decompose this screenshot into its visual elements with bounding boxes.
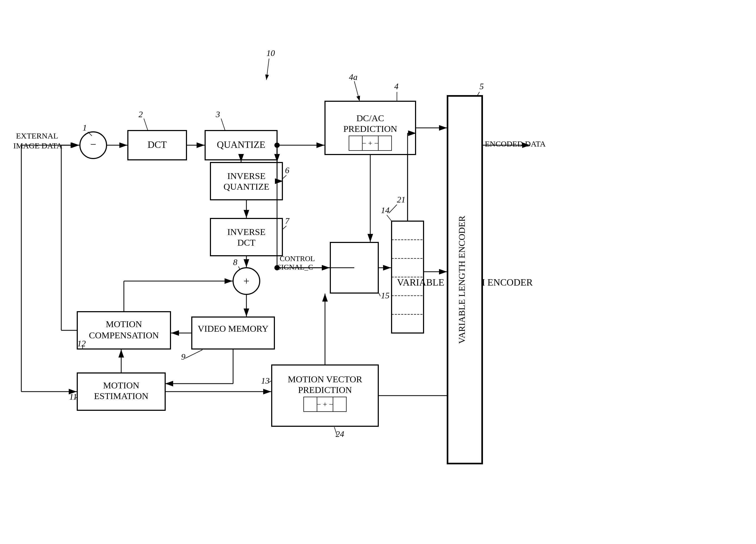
external-image-label1: EXTERNAL <box>16 131 58 140</box>
ref-21: 21 <box>397 195 405 204</box>
ref-3-line <box>221 119 225 131</box>
ref-10-line <box>266 59 269 80</box>
ref-1: 1 <box>83 123 87 132</box>
encoded-data-label: ENCODED DATA <box>485 139 546 148</box>
ref-15-line <box>379 293 380 296</box>
control-signal-label2: SIGNAL_C <box>277 263 313 271</box>
inv-quant-label1: INVERSE <box>227 171 266 181</box>
ref-11: 11 <box>69 392 77 401</box>
mv-pred-inner-symbol: − + − <box>317 400 333 408</box>
subtract-label: − <box>90 138 96 150</box>
control-signal-label1: CONTROL <box>280 254 315 263</box>
motion-comp-label2: COMPENSATION <box>89 330 159 340</box>
ref-6-line <box>283 175 286 178</box>
add-label: + <box>243 275 250 287</box>
ref-3: 3 <box>216 109 220 119</box>
dcac-pred-label1: DC/AC <box>356 113 384 123</box>
external-image-label2: IMAGE DATA <box>13 141 62 150</box>
ref-21-line <box>389 205 397 213</box>
ref-4a: 4a <box>349 72 357 82</box>
video-memory-label1: VIDEO MEMORY <box>198 324 268 334</box>
ref-7-line <box>283 226 286 229</box>
ref-12: 12 <box>77 339 86 348</box>
ref-10: 10 <box>266 48 275 58</box>
ref-7: 7 <box>285 216 290 226</box>
ref-5: 5 <box>479 82 484 91</box>
diagram: − DCT QUANTIZE DC/AC PREDICTION − + − VA… <box>0 0 756 544</box>
ref-2: 2 <box>139 109 143 119</box>
ref-14-line <box>387 215 392 221</box>
ref-2-line <box>144 119 148 131</box>
ref-14: 14 <box>381 205 389 215</box>
inv-quant-block <box>210 163 282 200</box>
motion-comp-label1: MOTION <box>106 319 142 329</box>
ref-15: 15 <box>381 291 389 300</box>
inv-dct-label2: DCT <box>237 238 255 247</box>
ref-13: 13 <box>261 376 270 385</box>
inv-dct-block <box>210 218 282 256</box>
inv-dct-label1: INVERSE <box>227 227 266 237</box>
dct-label: DCT <box>148 139 167 150</box>
vle-rotated-text: VARIABLE LENGTH ENCODER <box>457 216 467 344</box>
inv-quant-label2: QUANTIZE <box>223 182 269 192</box>
ref-4: 4 <box>394 82 399 91</box>
ref-8: 8 <box>233 257 237 267</box>
ref-6: 6 <box>285 165 289 175</box>
mv-pred-label1: MOTION VECTOR <box>288 374 362 384</box>
quantize-label: QUANTIZE <box>217 139 265 150</box>
mv-pred-label2: PREDICTION <box>298 385 352 395</box>
ref-9: 9 <box>181 352 185 362</box>
dcac-pred-label2: PREDICTION <box>343 124 397 134</box>
motion-est-label1: MOTION <box>103 380 139 390</box>
dcac-inner-symbol: − + − <box>362 139 378 147</box>
ref-8-line <box>238 266 240 269</box>
ref-4a-line <box>354 81 360 101</box>
ref-24: 24 <box>336 429 344 439</box>
motion-est-label2: ESTIMATION <box>94 391 148 401</box>
ref-9-line <box>185 350 202 358</box>
